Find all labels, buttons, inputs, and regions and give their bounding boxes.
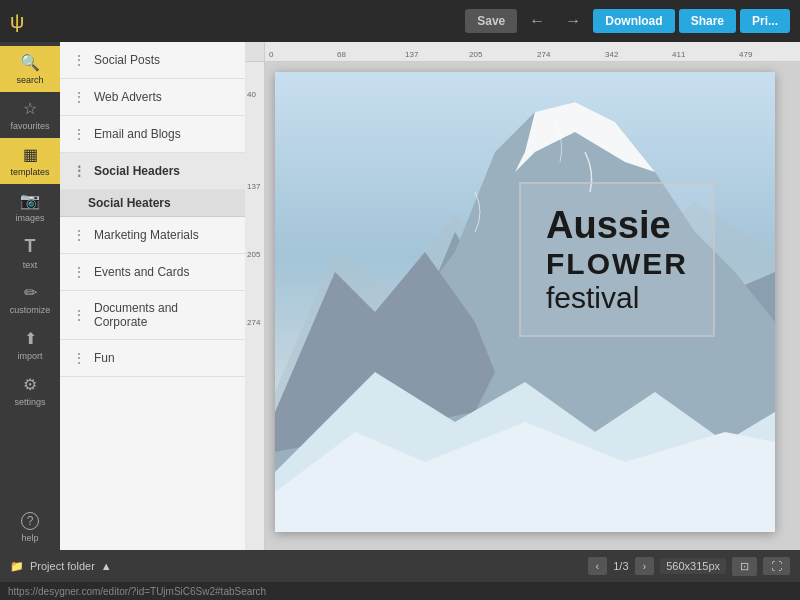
ruler-v-40: 40 (247, 90, 256, 99)
url-bar: https://desygner.com/editor/?id=TUjmSiC6… (0, 582, 800, 600)
next-page-button[interactable]: › (635, 557, 655, 575)
bullet-icon: ⋮ (72, 89, 86, 105)
prev-page-button[interactable]: ‹ (588, 557, 608, 575)
sidebar-item-customize[interactable]: ✏ customize (0, 276, 60, 322)
ruler-v-205: 205 (247, 250, 260, 259)
canvas-size: 560x315px (660, 558, 726, 574)
sidebar-item-import[interactable]: ⬆ import (0, 322, 60, 368)
page-info: 1/3 (613, 560, 628, 572)
top-bar: ψ Save ← → Download Share Pri... (0, 0, 800, 42)
canvas-text-line3: festival (546, 281, 688, 315)
panel-social-headers[interactable]: ⋮ Social Headers (60, 153, 245, 190)
ruler-top: 0 68 137 205 274 342 411 479 // drawn vi… (245, 42, 800, 62)
ruler-left: 40 137 205 274 (245, 62, 265, 550)
canvas-text-line1: Aussie (546, 204, 688, 247)
panel-social-heaters-subitem[interactable]: Social Heaters (60, 190, 245, 217)
sidebar-item-favourites[interactable]: ☆ favourites (0, 92, 60, 138)
bottombar-right: ‹ 1/3 › 560x315px ⊡ ⛶ (588, 557, 790, 576)
bullet-icon: ⋮ (72, 52, 86, 68)
panel-email-blogs[interactable]: ⋮ Email and Blogs (60, 116, 245, 153)
canvas-content[interactable]: Aussie FLOWER festival (265, 62, 800, 550)
ruler-corner (245, 42, 265, 62)
panel-events[interactable]: ⋮ Events and Cards (60, 254, 245, 291)
print-button[interactable]: Pri... (740, 9, 790, 33)
customize-icon: ✏ (24, 283, 37, 302)
panel-web-adverts[interactable]: ⋮ Web Adverts (60, 79, 245, 116)
ruler-v-137: 137 (247, 182, 260, 191)
sidebar: 🔍 search ☆ favourites ▦ templates 📷 imag… (0, 42, 60, 550)
topbar-right: Save ← → Download Share Pri... (465, 7, 790, 35)
bullet-icon: ⋮ (72, 126, 86, 142)
dropdown-arrow-icon: ▲ (101, 560, 112, 572)
logo-icon: ψ (10, 10, 24, 33)
fullscreen-button[interactable]: ⛶ (763, 557, 790, 575)
canvas-area: 0 68 137 205 274 342 411 479 // drawn vi… (245, 42, 800, 550)
bullet-icon: ⋮ (72, 350, 86, 366)
redo-button[interactable]: → (557, 7, 589, 35)
text-overlay-box[interactable]: Aussie FLOWER festival (519, 182, 715, 337)
bottom-bar: 📁 Project folder ▲ ‹ 1/3 › 560x315px ⊡ ⛶ (0, 550, 800, 582)
canvas-scroll: 40 137 205 274 (245, 62, 800, 550)
download-button[interactable]: Download (593, 9, 674, 33)
sidebar-item-text[interactable]: T text (0, 230, 60, 276)
search-icon: 🔍 (20, 53, 40, 72)
images-icon: 📷 (20, 191, 40, 210)
bullet-icon: ⋮ (72, 163, 86, 179)
settings-icon: ⚙ (23, 375, 37, 394)
share-button[interactable]: Share (679, 9, 736, 33)
sidebar-item-search[interactable]: 🔍 search (0, 46, 60, 92)
save-button[interactable]: Save (465, 9, 517, 33)
canvas-text-line2: FLOWER (546, 247, 688, 281)
project-folder-label: Project folder (30, 560, 95, 572)
bullet-icon: ⋮ (72, 264, 86, 280)
import-icon: ⬆ (24, 329, 37, 348)
favourites-icon: ☆ (23, 99, 37, 118)
panel-social-posts[interactable]: ⋮ Social Posts (60, 42, 245, 79)
sidebar-item-images[interactable]: 📷 images (0, 184, 60, 230)
folder-icon: 📁 (10, 560, 24, 573)
sidebar-item-templates[interactable]: ▦ templates (0, 138, 60, 184)
templates-panel: ⋮ Social Posts ⋮ Web Adverts ⋮ Email and… (60, 42, 245, 550)
bullet-icon: ⋮ (72, 307, 86, 323)
text-icon: T (25, 236, 36, 257)
fit-button[interactable]: ⊡ (732, 557, 757, 576)
help-icon: ? (21, 512, 39, 530)
templates-icon: ▦ (23, 145, 38, 164)
panel-fun[interactable]: ⋮ Fun (60, 340, 245, 377)
panel-marketing[interactable]: ⋮ Marketing Materials (60, 217, 245, 254)
panel-documents[interactable]: ⋮ Documents and Corporate (60, 291, 245, 340)
main-content: 🔍 search ☆ favourites ▦ templates 📷 imag… (0, 42, 800, 550)
design-canvas[interactable]: Aussie FLOWER festival (275, 72, 775, 532)
sidebar-item-settings[interactable]: ⚙ settings (0, 368, 60, 414)
url-text: https://desygner.com/editor/?id=TUjmSiC6… (8, 586, 266, 597)
topbar-left: ψ (10, 10, 34, 33)
bottombar-left: 📁 Project folder ▲ (10, 560, 112, 573)
ruler-v-274: 274 (247, 318, 260, 327)
sidebar-item-help[interactable]: ? help (0, 504, 60, 550)
bullet-icon: ⋮ (72, 227, 86, 243)
ruler-ticks-svg: // drawn via SVG lines (269, 42, 800, 61)
undo-button[interactable]: ← (521, 7, 553, 35)
